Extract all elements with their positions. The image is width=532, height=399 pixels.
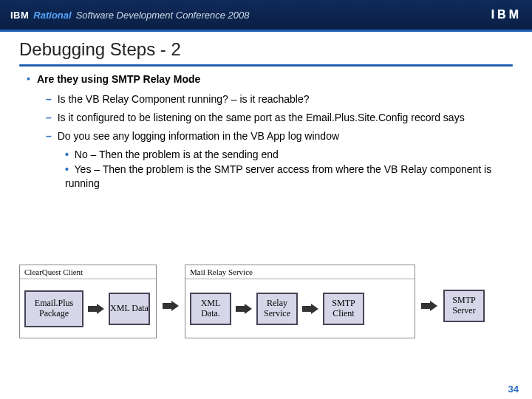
bullet-level2: – Is it configured to be listening on th… <box>46 111 508 125</box>
box-smtp-client: SMTP Client <box>323 293 364 325</box>
dot-bullet-icon: • <box>65 163 72 175</box>
group-title: Mail Relay Service <box>185 265 415 277</box>
slide-title: Debugging Steps - 2 <box>19 39 513 60</box>
svg-marker-0 <box>88 304 104 314</box>
arrow-icon <box>421 301 437 311</box>
svg-marker-3 <box>302 304 318 314</box>
bullet-level3: • Yes – Then the problem is the SMTP ser… <box>65 163 508 191</box>
svg-marker-4 <box>421 301 437 311</box>
conference-brand: IBM Rational Software Development Confer… <box>10 10 250 21</box>
group-clearquest-client: ClearQuest Client Email.Plus Package XML… <box>19 265 157 338</box>
page-number: 34 <box>508 383 519 395</box>
svg-marker-2 <box>236 304 252 314</box>
arrow-icon <box>302 304 318 314</box>
dot-bullet-icon: • <box>65 149 72 160</box>
dash-bullet-icon: – <box>46 112 55 123</box>
brand-ibm: IBM <box>10 10 29 21</box>
brand-rational: Rational <box>33 10 71 21</box>
title-area: Debugging Steps - 2 <box>0 32 532 61</box>
arrow-icon <box>236 304 252 314</box>
title-underline <box>19 64 513 66</box>
group-mail-relay-service: Mail Relay Service XML Data. Relay Servi… <box>185 265 415 338</box>
group-title: ClearQuest Client <box>20 265 156 277</box>
bullet-level1: ▪ Are they using SMTP Relay Mode <box>27 72 508 86</box>
brand-tagline: Software Development Conference 2008 <box>76 10 250 21</box>
slide: IBM Rational Software Development Confer… <box>0 0 532 399</box>
arrow-icon <box>88 304 104 314</box>
dash-bullet-icon: – <box>46 130 55 142</box>
square-bullet-icon: ▪ <box>27 72 34 86</box>
group-body: XML Data. Relay Service SMTP Client <box>185 279 415 338</box>
box-xml-data: XML Data <box>109 293 150 325</box>
arrow-icon <box>163 301 179 311</box>
standalone-box-wrap: SMTP Server <box>443 265 485 338</box>
bullet-text: Is the VB Relay Component running? – is … <box>58 93 310 105</box>
svg-marker-1 <box>163 301 179 311</box>
box-relay-service: Relay Service <box>256 293 298 325</box>
bullet-text: Are they using SMTP Relay Mode <box>37 73 200 85</box>
dash-bullet-icon: – <box>46 93 55 105</box>
bullet-level2: – Is the VB Relay Component running? – i… <box>46 92 508 106</box>
body-text: ▪ Are they using SMTP Relay Mode – Is th… <box>0 72 532 191</box>
bullet-text: Yes – Then the problem is the SMTP serve… <box>65 163 491 189</box>
bullet-text: No – Then the problem is at the sending … <box>75 149 279 160</box>
box-smtp-server: SMTP Server <box>443 290 485 322</box>
group-body: Email.Plus Package XML Data <box>20 279 156 338</box>
ibm-logo: IBM <box>491 8 522 21</box>
header-bar: IBM Rational Software Development Confer… <box>0 0 532 30</box>
bullet-text: Do you see any logging information in th… <box>58 130 339 142</box>
box-xml-data: XML Data. <box>190 293 231 325</box>
flow-diagram: ClearQuest Client Email.Plus Package XML… <box>19 265 520 338</box>
bullet-level3: • No – Then the problem is at the sendin… <box>65 148 508 162</box>
bullet-level2: – Do you see any logging information in … <box>46 129 508 143</box>
box-emailplus-package: Email.Plus Package <box>24 290 83 327</box>
bullet-text: Is it configured to be listening on the … <box>58 112 465 123</box>
